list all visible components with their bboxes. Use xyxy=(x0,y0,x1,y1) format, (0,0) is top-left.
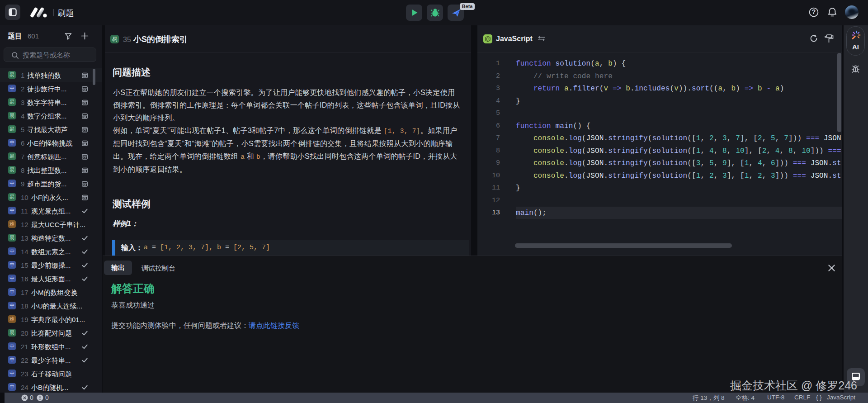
svg-text:?: ? xyxy=(812,8,816,15)
